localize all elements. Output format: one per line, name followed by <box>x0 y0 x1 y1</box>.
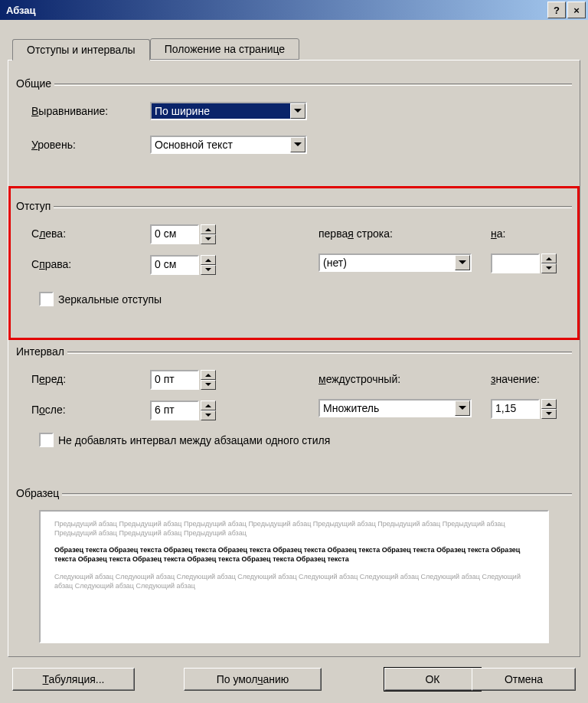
preview-sample-text: Образец текста Образец текста Образец те… <box>54 545 534 564</box>
spacing-before-spinner[interactable]: 0 пт <box>150 370 216 390</box>
tab-pageflow[interactable]: Положение на странице <box>150 38 299 60</box>
ok-button[interactable]: ОК <box>384 668 481 691</box>
level-label: Уровень: <box>31 139 76 151</box>
alignment-combo[interactable]: По ширине <box>150 102 307 120</box>
spacing-before-label: Перед: <box>31 373 66 385</box>
spin-down-icon[interactable] <box>201 380 216 390</box>
alignment-label: Выравнивание: <box>31 105 108 117</box>
tab-strip: Отступы и интервалы Положение на страниц… <box>12 38 299 60</box>
cancel-button[interactable]: Отмена <box>472 668 576 691</box>
dropdown-arrow-icon[interactable] <box>290 137 305 152</box>
level-combo[interactable]: Основной текст <box>150 136 307 154</box>
linespacing-at-spinner[interactable]: 1,15 <box>491 399 557 419</box>
close-button[interactable]: × <box>567 2 586 18</box>
tab-page: Общие Выравнивание: По ширине Уровень: О… <box>8 60 580 657</box>
checkbox-box-icon <box>39 433 54 447</box>
spin-up-icon[interactable] <box>541 399 557 409</box>
spin-down-icon[interactable] <box>201 410 216 420</box>
group-spacing-legend: Интервал <box>16 345 67 358</box>
linespacing-label: междустрочный: <box>318 373 400 385</box>
spacing-after-label: После: <box>31 404 66 416</box>
tab-indents[interactable]: Отступы и интервалы <box>12 39 150 60</box>
preview-prev-text: Предыдущий абзац Предыдущий абзац Предыд… <box>54 519 534 538</box>
highlight-rectangle <box>8 186 580 340</box>
preview-box: Предыдущий абзац Предыдущий абзац Предыд… <box>39 510 549 643</box>
noadd-space-checkbox[interactable]: Не добавлять интервал между абзацами одн… <box>39 433 330 447</box>
spin-up-icon[interactable] <box>201 370 216 380</box>
spin-up-icon[interactable] <box>201 401 216 410</box>
group-general-legend: Общие <box>16 77 54 90</box>
tabs-button[interactable]: Табуляция... <box>12 668 135 691</box>
window-title: Абзац <box>6 5 36 16</box>
group-preview-legend: Образец <box>16 487 62 499</box>
help-button[interactable]: ? <box>547 2 566 18</box>
default-button[interactable]: По умолчанию <box>184 668 322 691</box>
dropdown-arrow-icon[interactable] <box>290 103 305 119</box>
spacing-after-spinner[interactable]: 6 пт <box>150 401 216 420</box>
title-bar: Абзац ? × <box>0 0 588 20</box>
linespacing-combo[interactable]: Множитель <box>318 399 472 417</box>
spin-down-icon[interactable] <box>541 409 557 419</box>
paragraph-dialog: Абзац ? × Отступы и интервалы Положение … <box>0 0 588 703</box>
preview-next-text: Следующий абзац Следующий абзац Следующи… <box>54 572 534 590</box>
dropdown-arrow-icon[interactable] <box>455 401 470 416</box>
linespacing-at-label: значение: <box>491 373 540 385</box>
